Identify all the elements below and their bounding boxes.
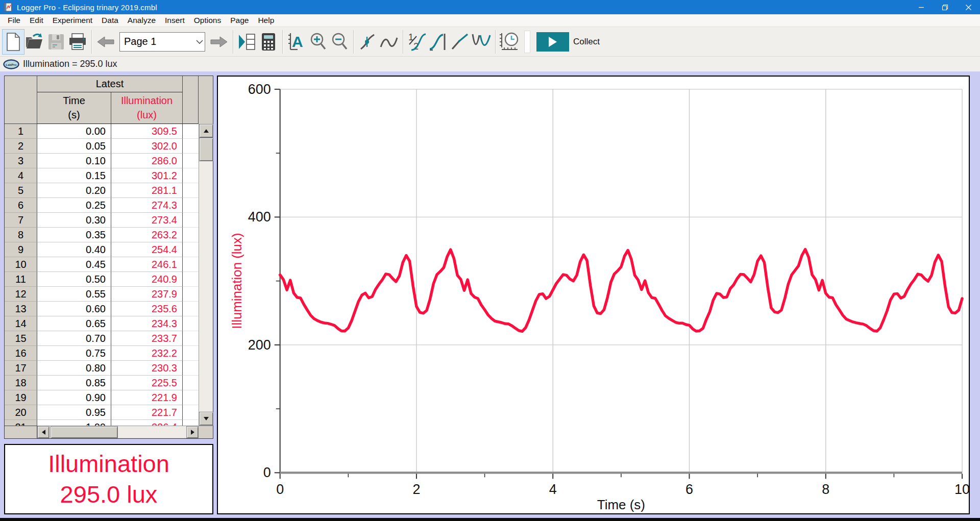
table-horizontal-scrollbar[interactable] [37,426,199,438]
data-table-button[interactable] [236,30,258,54]
time-cell[interactable]: 0.10 [37,154,111,168]
scroll-right-button[interactable] [186,426,199,438]
menu-item-experiment[interactable]: Experiment [48,14,97,27]
illumination-meter[interactable]: Illumination 295.0 lux [4,444,213,514]
menu-item-analyze[interactable]: Analyze [123,14,160,27]
illumination-cell[interactable]: 263.2 [111,228,183,242]
curve-fit-button[interactable] [428,30,449,54]
time-cell[interactable]: 0.25 [37,198,111,213]
illumination-cell[interactable]: 309.5 [111,124,183,139]
save-file-button[interactable] [45,30,67,54]
illumination-cell[interactable]: 234.3 [111,316,183,331]
illumination-cell[interactable]: 274.3 [111,198,183,213]
illumination-cell[interactable]: 233.7 [111,331,183,346]
illumination-cell[interactable]: 237.9 [111,287,183,302]
integral-button[interactable]: 1 2 [406,30,428,54]
time-cell[interactable]: 0.00 [37,124,111,139]
time-cell[interactable]: 1.00 [37,420,111,426]
time-cell[interactable]: 0.20 [37,183,111,198]
row-number: 20 [5,405,37,420]
time-cell[interactable]: 0.95 [37,405,111,420]
horizontal-scroll-thumb[interactable] [51,426,118,438]
previous-page-button[interactable] [95,30,116,54]
menu-item-help[interactable]: Help [253,14,279,27]
scroll-left-button[interactable] [37,426,50,438]
title-bar[interactable]: Logger Pro - Eclipsing trinary 2019.cmbl [0,0,980,14]
linear-fit-button[interactable] [449,30,471,54]
restore-icon [942,4,948,11]
table-vertical-scrollbar[interactable] [199,124,213,426]
illumination-cell[interactable]: 273.4 [111,213,183,228]
calculator-button[interactable] [258,30,279,54]
next-page-button[interactable] [208,30,230,54]
row-number: 12 [5,287,37,302]
toolbar-spacer [524,31,530,53]
data-collection-settings-button[interactable] [499,30,520,54]
zoom-in-icon [309,32,327,52]
illumination-cell[interactable]: 235.6 [111,302,183,316]
close-button[interactable] [957,0,980,14]
zoom-in-button[interactable] [307,30,329,54]
time-cell[interactable]: 0.55 [37,287,111,302]
restore-button[interactable] [933,0,957,14]
empty-cell [183,405,199,420]
time-cell[interactable]: 0.30 [37,213,111,228]
toolbar-separator [282,30,283,54]
collect-button[interactable] [536,32,569,52]
illumination-cell[interactable]: 240.9 [111,272,183,287]
time-cell[interactable]: 0.45 [37,257,111,272]
time-cell[interactable]: 0.50 [37,272,111,287]
illumination-cell[interactable]: 301.2 [111,168,183,183]
tangent-button[interactable] [378,30,400,54]
examine-button[interactable] [357,30,378,54]
model-button[interactable] [471,30,492,54]
illumination-cell[interactable]: 246.1 [111,257,183,272]
vertical-scroll-thumb[interactable] [199,138,213,161]
time-cell[interactable]: 0.80 [37,361,111,376]
time-cell[interactable]: 0.35 [37,228,111,242]
time-cell[interactable]: 0.70 [37,331,111,346]
time-cell[interactable]: 0.05 [37,139,111,154]
illumination-cell[interactable]: 254.4 [111,242,183,257]
time-cell[interactable]: 0.65 [37,316,111,331]
toolbar-separator [403,30,403,54]
print-button[interactable] [67,30,88,54]
illumination-vs-time-chart[interactable]: 02468100200400600Time (s)Illumination (l… [218,77,969,513]
zoom-out-button[interactable] [329,30,350,54]
time-cell[interactable]: 0.85 [37,376,111,390]
menu-item-edit[interactable]: Edit [25,14,48,27]
illumination-cell[interactable]: 286.0 [111,154,183,168]
time-cell[interactable]: 0.75 [37,346,111,361]
illumination-cell[interactable]: 226.4 [111,420,183,426]
autoscale-button[interactable]: A [286,30,307,54]
illumination-cell[interactable]: 232.2 [111,346,183,361]
illumination-cell[interactable]: 230.3 [111,361,183,376]
graph-panel[interactable]: 02468100200400600Time (s)Illumination (l… [217,76,970,514]
svg-text:A: A [292,33,303,50]
time-cell[interactable]: 0.40 [37,242,111,257]
time-cell[interactable]: 0.15 [37,168,111,183]
illumination-cell[interactable]: 281.1 [111,183,183,198]
scroll-down-button[interactable] [199,412,213,426]
time-cell[interactable]: 0.60 [37,302,111,316]
page-selector[interactable]: Page 1 [119,32,205,52]
time-cell[interactable]: 0.90 [37,390,111,405]
menu-item-file[interactable]: File [3,14,25,27]
time-column-header[interactable]: Time (s) [37,92,111,124]
illumination-cell[interactable]: 302.0 [111,139,183,154]
minimize-button[interactable] [910,0,933,14]
illumination-cell[interactable]: 225.5 [111,376,183,390]
table-row: 170.80230.3 [5,361,199,376]
open-file-button[interactable] [24,30,45,54]
menu-item-options[interactable]: Options [189,14,226,27]
illumination-cell[interactable]: 221.7 [111,405,183,420]
menu-item-insert[interactable]: Insert [160,14,189,27]
illumination-column-header[interactable]: Illumination (lux) [111,92,183,124]
menu-item-page[interactable]: Page [226,14,253,27]
scroll-up-button[interactable] [199,124,213,138]
menu-item-data[interactable]: Data [97,14,123,27]
new-file-button[interactable] [3,30,24,54]
table-group-header[interactable]: Latest [37,76,183,92]
workspace: Latest Time (s) Illumination (lux) 10.00… [0,71,980,518]
illumination-cell[interactable]: 221.9 [111,390,183,405]
